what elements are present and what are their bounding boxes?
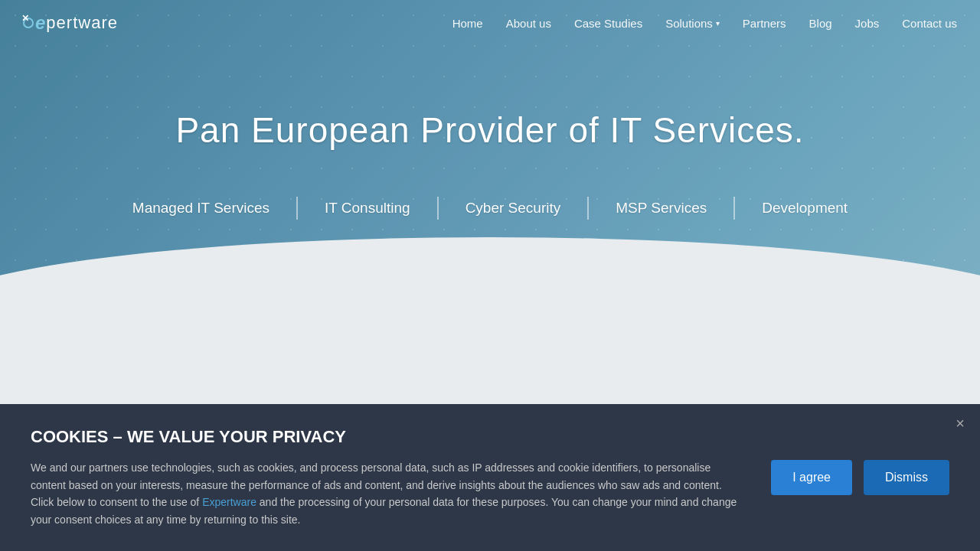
cookie-title: COOKIES – WE VALUE YOUR PRIVACY: [31, 427, 740, 447]
services-bar: Managed IT Services IT Consulting Cyber …: [0, 197, 980, 220]
cookie-actions: I agree Dismiss: [771, 460, 949, 495]
logo-brand: pertware: [46, 13, 118, 33]
logo-e: e: [35, 12, 46, 34]
cookie-body: We and our partners use technologies, su…: [31, 459, 740, 528]
hero-content: Pan European Provider of IT Services. Ma…: [0, 109, 980, 220]
logo[interactable]: ✕ epertware: [23, 12, 118, 34]
cookie-text-area: COOKIES – WE VALUE YOUR PRIVACY We and o…: [31, 427, 740, 528]
nav-home[interactable]: Home: [452, 17, 483, 30]
nav-jobs[interactable]: Jobs: [855, 17, 880, 30]
service-development[interactable]: Development: [735, 200, 874, 217]
service-cyber-security[interactable]: Cyber Security: [439, 200, 588, 217]
hero-title: Pan European Provider of IT Services.: [0, 109, 980, 151]
service-msp[interactable]: MSP Services: [589, 200, 733, 217]
main-nav: Home About us Case Studies Solutions Par…: [452, 17, 957, 30]
nav-case-studies[interactable]: Case Studies: [574, 17, 642, 30]
cookie-expertware-link[interactable]: Expertware: [202, 496, 256, 508]
cookie-agree-button[interactable]: I agree: [771, 460, 852, 495]
nav-about[interactable]: About us: [506, 17, 551, 30]
nav-solutions[interactable]: Solutions: [665, 17, 720, 30]
service-it-consulting[interactable]: IT Consulting: [298, 200, 437, 217]
nav-contact[interactable]: Contact us: [902, 17, 957, 30]
nav-blog[interactable]: Blog: [809, 17, 832, 30]
cookie-banner: COOKIES – WE VALUE YOUR PRIVACY We and o…: [0, 404, 980, 551]
site-header: ✕ epertware Home About us Case Studies S…: [0, 0, 980, 46]
service-managed-it[interactable]: Managed IT Services: [106, 200, 296, 217]
logo-x-mark: ✕: [21, 13, 30, 24]
logo-icon: ✕: [23, 18, 34, 28]
cookie-dismiss-button[interactable]: Dismiss: [864, 460, 949, 495]
hero-section: ✕ epertware Home About us Case Studies S…: [0, 0, 980, 329]
nav-partners[interactable]: Partners: [743, 17, 786, 30]
cookie-close-button[interactable]: ×: [956, 416, 965, 431]
